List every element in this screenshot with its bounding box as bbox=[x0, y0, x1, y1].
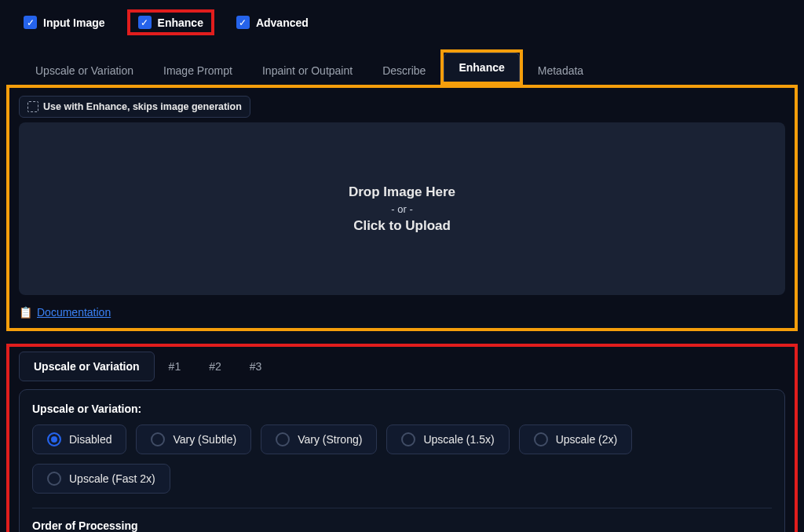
tab-enhance[interactable]: Enhance bbox=[444, 53, 519, 82]
subtab-upscale-or-variation[interactable]: Upscale or Variation bbox=[19, 352, 155, 381]
uv-title: Upscale or Variation: bbox=[32, 403, 772, 415]
radio-upscale-2x[interactable]: Upscale (2x) bbox=[519, 425, 633, 454]
order-title: Order of Processing bbox=[32, 519, 772, 532]
subtabs: Upscale or Variation #1 #2 #3 bbox=[19, 352, 785, 381]
radio-vary-strong[interactable]: Vary (Strong) bbox=[261, 425, 377, 454]
radio-dot-icon bbox=[401, 432, 415, 446]
radio-disabled[interactable]: Disabled bbox=[32, 425, 126, 454]
tab-describe[interactable]: Describe bbox=[367, 56, 440, 85]
radio-label: Disabled bbox=[69, 433, 111, 446]
uv-radio-row: Disabled Vary (Subtle) Vary (Strong) Ups… bbox=[32, 425, 772, 494]
documentation-link[interactable]: Documentation bbox=[37, 306, 111, 319]
top-options-row: ✓ Input Image ✓ Enhance ✓ Advanced bbox=[6, 9, 798, 35]
checkbox-advanced[interactable]: ✓ Advanced bbox=[228, 13, 316, 32]
enhance-panel: Use with Enhance, skips image generation… bbox=[6, 85, 798, 331]
checkbox-label: Input Image bbox=[43, 16, 105, 29]
checkbox-label: Advanced bbox=[256, 16, 309, 29]
subtab-2[interactable]: #2 bbox=[195, 352, 236, 381]
check-icon: ✓ bbox=[138, 16, 152, 29]
upscale-variation-panel: Upscale or Variation #1 #2 #3 Upscale or… bbox=[6, 344, 798, 532]
upscale-settings-card: Upscale or Variation: Disabled Vary (Sub… bbox=[19, 389, 785, 532]
image-placeholder-icon bbox=[27, 101, 38, 112]
tab-metadata[interactable]: Metadata bbox=[523, 56, 598, 85]
drop-or: - or - bbox=[391, 203, 412, 215]
tab-inpaint-or-outpaint[interactable]: Inpaint or Outpaint bbox=[247, 56, 367, 85]
radio-label: Upscale (2x) bbox=[556, 433, 618, 446]
tab-upscale-or-variation[interactable]: Upscale or Variation bbox=[20, 56, 148, 85]
check-icon: ✓ bbox=[236, 16, 250, 29]
radio-dot-icon bbox=[276, 432, 290, 446]
drop-title: Drop Image Here bbox=[349, 184, 455, 200]
enhance-hint-chip[interactable]: Use with Enhance, skips image generation bbox=[19, 96, 250, 118]
radio-dot-icon bbox=[534, 432, 548, 446]
subtab-1[interactable]: #1 bbox=[155, 352, 196, 381]
checkbox-enhance[interactable]: ✓ Enhance bbox=[127, 9, 214, 35]
hint-text: Use with Enhance, skips image generation bbox=[43, 101, 242, 112]
documentation-row: 📋 Documentation bbox=[19, 306, 785, 319]
radio-upscale-1-5x[interactable]: Upscale (1.5x) bbox=[386, 425, 509, 454]
checkbox-label: Enhance bbox=[158, 16, 203, 29]
radio-label: Vary (Subtle) bbox=[173, 433, 236, 446]
tab-image-prompt[interactable]: Image Prompt bbox=[148, 56, 247, 85]
subtab-3[interactable]: #3 bbox=[236, 352, 276, 381]
image-drop-area[interactable]: Drop Image Here - or - Click to Upload bbox=[19, 122, 785, 295]
divider bbox=[32, 508, 772, 508]
check-icon: ✓ bbox=[24, 16, 37, 29]
radio-dot-icon bbox=[47, 432, 61, 446]
clipboard-icon: 📋 bbox=[19, 306, 32, 319]
drop-click: Click to Upload bbox=[353, 218, 451, 234]
radio-vary-subtle[interactable]: Vary (Subtle) bbox=[136, 425, 251, 454]
tab-enhance-highlight: Enhance bbox=[440, 49, 522, 85]
radio-label: Upscale (Fast 2x) bbox=[69, 472, 155, 485]
main-tabs: Upscale or Variation Image Prompt Inpain… bbox=[6, 49, 798, 85]
radio-dot-icon bbox=[47, 472, 61, 486]
checkbox-input-image[interactable]: ✓ Input Image bbox=[16, 13, 113, 32]
radio-upscale-fast-2x[interactable]: Upscale (Fast 2x) bbox=[32, 464, 170, 494]
radio-label: Vary (Strong) bbox=[298, 433, 362, 446]
radio-label: Upscale (1.5x) bbox=[423, 433, 494, 446]
radio-dot-icon bbox=[151, 432, 165, 446]
